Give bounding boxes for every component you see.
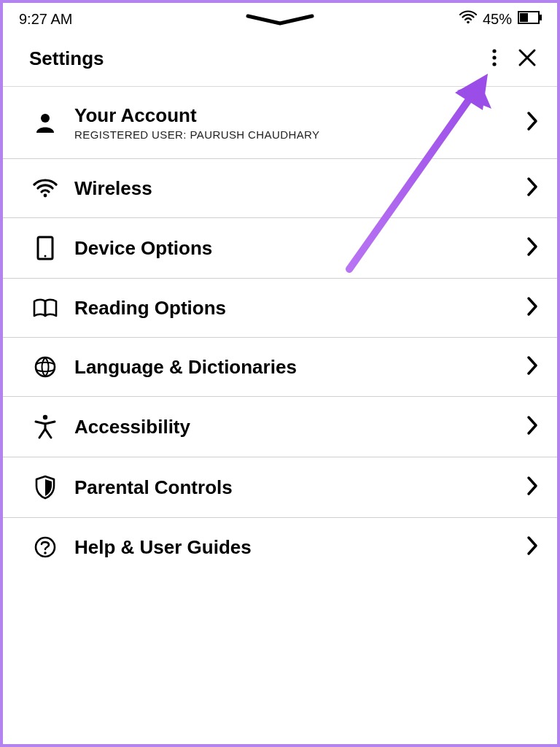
row-title: Help & User Guides — [74, 536, 526, 559]
svg-point-10 — [44, 255, 47, 258]
status-right: 45% — [459, 10, 542, 28]
svg-point-0 — [467, 21, 470, 24]
row-title: Device Options — [74, 237, 526, 260]
row-help-guides[interactable]: Help & User Guides — [3, 518, 557, 576]
row-accessibility[interactable]: Accessibility — [3, 397, 557, 457]
book-icon — [29, 298, 61, 318]
row-language-dictionaries[interactable]: Language & Dictionaries — [3, 338, 557, 397]
chevron-right-icon — [526, 296, 538, 320]
person-icon — [29, 111, 61, 134]
more-menu-icon[interactable] — [491, 48, 497, 70]
chevron-right-icon — [526, 355, 538, 379]
row-title: Your Account — [74, 104, 526, 127]
row-subtitle: REGISTERED USER: PAURUSH CHAUDHARY — [74, 128, 526, 141]
row-title: Accessibility — [74, 416, 526, 438]
svg-point-14 — [44, 551, 47, 554]
chevron-right-icon — [526, 476, 538, 499]
settings-header: Settings — [3, 34, 557, 87]
row-title: Wireless — [74, 177, 526, 200]
chevron-right-icon — [526, 111, 538, 134]
row-reading-options[interactable]: Reading Options — [3, 279, 557, 338]
battery-icon — [518, 11, 542, 28]
chevron-right-icon — [526, 177, 538, 200]
battery-percent: 45% — [483, 11, 512, 28]
svg-rect-3 — [520, 13, 528, 22]
svg-point-5 — [492, 55, 496, 59]
shield-icon — [29, 475, 61, 500]
svg-point-7 — [41, 114, 50, 123]
row-your-account[interactable]: Your Account REGISTERED USER: PAURUSH CH… — [3, 87, 557, 159]
pull-down-handle-icon[interactable] — [244, 13, 316, 29]
row-wireless[interactable]: Wireless — [3, 159, 557, 218]
accessibility-icon — [29, 414, 61, 439]
chevron-right-icon — [526, 535, 538, 559]
svg-point-6 — [492, 62, 496, 66]
row-title: Reading Options — [74, 297, 526, 320]
row-title: Parental Controls — [74, 476, 526, 499]
row-parental-controls[interactable]: Parental Controls — [3, 457, 557, 518]
device-frame: 9:27 AM 45% Settings — [0, 0, 560, 747]
svg-rect-2 — [540, 15, 542, 20]
globe-icon — [29, 355, 61, 379]
help-icon — [29, 535, 61, 559]
svg-point-4 — [492, 49, 496, 53]
row-device-options[interactable]: Device Options — [3, 218, 557, 279]
wifi-icon — [29, 178, 61, 198]
tablet-icon — [29, 236, 61, 260]
svg-point-11 — [36, 357, 55, 376]
chevron-right-icon — [526, 236, 538, 260]
settings-list: Your Account REGISTERED USER: PAURUSH CH… — [3, 87, 557, 576]
chevron-right-icon — [526, 415, 538, 438]
close-icon[interactable] — [518, 48, 537, 70]
page-title: Settings — [29, 47, 104, 70]
svg-point-8 — [44, 194, 47, 198]
svg-point-12 — [43, 415, 47, 419]
wifi-icon — [459, 10, 477, 28]
row-title: Language & Dictionaries — [74, 356, 526, 379]
status-time: 9:27 AM — [19, 11, 72, 28]
